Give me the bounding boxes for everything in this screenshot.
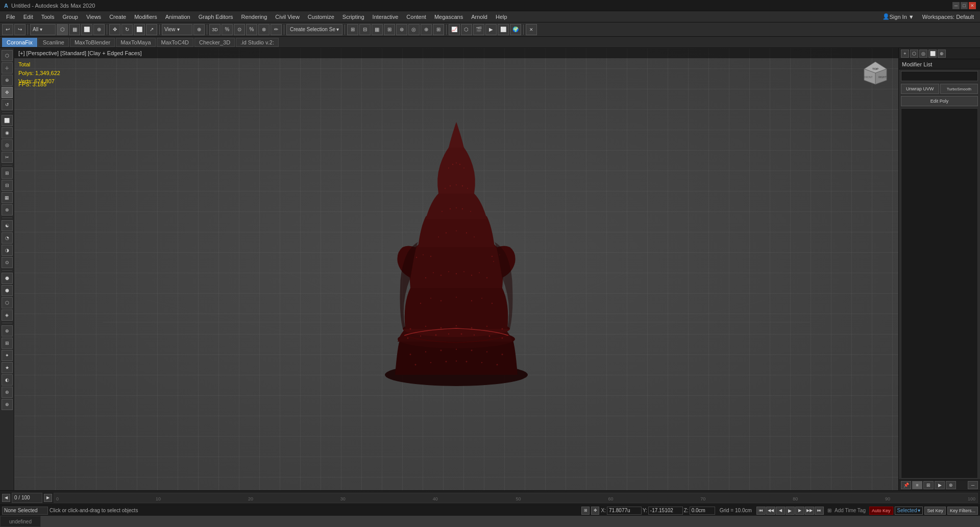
left-tool-edit[interactable]: ⊟ — [2, 180, 13, 191]
rph-btn-4[interactable]: ⬜ — [928, 50, 937, 58]
viewport-canvas[interactable]: Total Polys: 1,349,622 Verts: 674,807 FP… — [14, 48, 898, 490]
tab-scanline[interactable]: Scanline — [38, 38, 69, 47]
reference-coord-button[interactable]: ↗ — [146, 24, 157, 35]
left-tool-star2[interactable]: ★ — [2, 362, 13, 373]
select-object-button[interactable]: ⬡ — [57, 24, 68, 35]
left-tool-sphere[interactable]: ◉ — [2, 127, 13, 138]
z-value-field[interactable]: 0.0cm — [690, 507, 715, 515]
left-tool-halfcircle[interactable]: ◐ — [2, 374, 13, 386]
left-tool-quarter[interactable]: ◔ — [2, 232, 13, 244]
left-tool-rotate[interactable]: ↺ — [2, 99, 13, 110]
left-tool-hex2[interactable]: ⬢ — [2, 285, 13, 296]
window-controls[interactable]: ─ □ ✕ — [952, 2, 976, 9]
key-first-button[interactable]: ⏮ — [756, 507, 766, 515]
turbosmooth-button[interactable]: TurboSmooth — [940, 84, 978, 94]
next-key-button[interactable]: ▶ — [795, 507, 804, 515]
menu-animation[interactable]: Animation — [161, 11, 194, 22]
menu-megascans[interactable]: Megascans — [430, 11, 467, 22]
rp-tab-pin[interactable]: 📌 — [901, 481, 911, 489]
left-tool-box[interactable]: ⬜ — [2, 115, 13, 126]
rph-btn-1[interactable]: + — [901, 50, 909, 58]
tab-maxtoblender[interactable]: MaxToBlender — [70, 38, 115, 47]
menu-modifiers[interactable]: Modifiers — [130, 11, 161, 22]
menu-group[interactable]: Group — [58, 11, 82, 22]
select-move-button[interactable]: ✥ — [109, 24, 120, 35]
left-tool-select[interactable]: ⬡ — [2, 50, 13, 61]
y-value-field[interactable]: -17.15102 — [648, 507, 683, 515]
menu-scripting[interactable]: Scripting — [338, 11, 369, 22]
tab-idstudio[interactable]: .id Studio v.2: — [236, 38, 279, 47]
menu-tools[interactable]: Tools — [37, 11, 59, 22]
left-tool-cross2[interactable]: ⊗ — [2, 204, 13, 215]
left-tool-hex3[interactable]: ⬡ — [2, 297, 13, 308]
menu-views[interactable]: Views — [82, 11, 105, 22]
edit-poly-button[interactable]: Edit Poly — [901, 96, 978, 106]
isolate-button[interactable]: ◎ — [408, 24, 420, 35]
rectangular-select-button[interactable]: ⬜ — [81, 24, 92, 35]
rotate-button[interactable]: ↻ — [121, 24, 133, 35]
unwrap-uvw-button[interactable]: Unwrap UVW — [901, 84, 939, 94]
create-selection-button[interactable]: Create Selection Se ▾ — [286, 24, 342, 35]
snap-3d-button[interactable]: 3D — [209, 24, 220, 35]
pivot-button[interactable]: ⊕ — [193, 24, 205, 35]
rp-tab-params[interactable]: ⊞ — [923, 481, 934, 489]
rph-btn-3[interactable]: ◎ — [919, 50, 927, 58]
left-tool-ring[interactable]: ⊛ — [2, 387, 13, 398]
layer-manager-button[interactable]: ⊞ — [433, 24, 444, 35]
lasso-select-button[interactable]: ⊕ — [93, 24, 105, 35]
prev-key-button[interactable]: ◀ — [776, 507, 785, 515]
align-view-button[interactable]: ▦ — [372, 24, 383, 35]
render-setup-button[interactable]: 🎬 — [473, 24, 484, 35]
left-tool-plus3[interactable]: ⊕ — [2, 399, 13, 410]
align-normal-button[interactable]: ⊞ — [384, 24, 395, 35]
spinner-snap-button[interactable]: ⊗ — [258, 24, 270, 35]
mirror-button[interactable]: ⊞ — [347, 24, 358, 35]
left-tool-hex[interactable]: ⬣ — [2, 273, 13, 284]
left-tool-grid[interactable]: ⊞ — [2, 167, 13, 179]
menu-interactive[interactable]: Interactive — [369, 11, 403, 22]
rph-btn-2[interactable]: ⬡ — [910, 50, 918, 58]
left-tool-half[interactable]: ◑ — [2, 245, 13, 256]
menu-civil-view[interactable]: Civil View — [271, 11, 303, 22]
left-tool-star[interactable]: ✦ — [2, 350, 13, 361]
left-tool-grid2[interactable]: ⊞ — [2, 338, 13, 349]
xview-button[interactable]: ✕ — [526, 24, 537, 35]
snap-toggle-button[interactable]: % — [222, 24, 233, 35]
menu-help[interactable]: Help — [492, 11, 511, 22]
environment-button[interactable]: 🌍 — [510, 24, 521, 35]
rp-tab-custom[interactable]: ⊗ — [946, 481, 956, 489]
tab-coronafix[interactable]: CoronaFix — [2, 38, 37, 47]
left-tool-plus2[interactable]: ⊕ — [2, 325, 13, 337]
left-tool-paint[interactable]: ⊕ — [2, 75, 13, 86]
minimize-button[interactable]: ─ — [952, 2, 960, 9]
tab-checker3d[interactable]: Checker_3D — [194, 38, 235, 47]
snap-btn-1[interactable]: ⊞ — [581, 507, 590, 515]
maximize-button[interactable]: □ — [961, 2, 968, 9]
tab-maxtomaya[interactable]: MaxToMaya — [116, 38, 155, 47]
toggle-scene-explorer-button[interactable]: ⊕ — [421, 24, 432, 35]
angle-snap-button[interactable]: ⊙ — [234, 24, 245, 35]
edit-named-button[interactable]: ✏ — [271, 24, 282, 35]
render-button[interactable]: ▶ — [485, 24, 497, 35]
curve-editor-button[interactable]: 📈 — [449, 24, 460, 35]
menu-arnold[interactable]: Arnold — [467, 11, 492, 22]
select-region-button[interactable]: ▦ — [69, 24, 80, 35]
selected-dropdown[interactable]: Selected ▾ — [895, 507, 923, 515]
redo-button[interactable]: ↪ — [14, 24, 26, 35]
timeline-next-btn[interactable]: ▶ — [44, 494, 52, 502]
rph-btn-5[interactable]: ⊕ — [938, 50, 946, 58]
left-tool-checker[interactable]: ▦ — [2, 192, 13, 203]
tab-maxtoc4d[interactable]: MaxToC4D — [157, 38, 193, 47]
left-tool-cut[interactable]: ✂ — [2, 152, 13, 163]
auto-key-button[interactable]: Auto Key — [869, 507, 893, 515]
rp-tab-min[interactable]: ─ — [968, 481, 978, 489]
viewcube[interactable]: TOP RIGHT FRONT — [857, 58, 893, 94]
material-editor-button[interactable]: ⬡ — [461, 24, 472, 35]
next-frame-button[interactable]: ▶▶ — [805, 507, 814, 515]
timeline-prev-btn[interactable]: ◀ — [2, 494, 10, 502]
undo-button[interactable]: ↩ — [2, 24, 13, 35]
menu-create[interactable]: Create — [105, 11, 130, 22]
close-button[interactable]: ✕ — [969, 2, 976, 9]
x-value-field[interactable]: 71.8077u — [607, 507, 642, 515]
menu-file[interactable]: File — [2, 11, 19, 22]
